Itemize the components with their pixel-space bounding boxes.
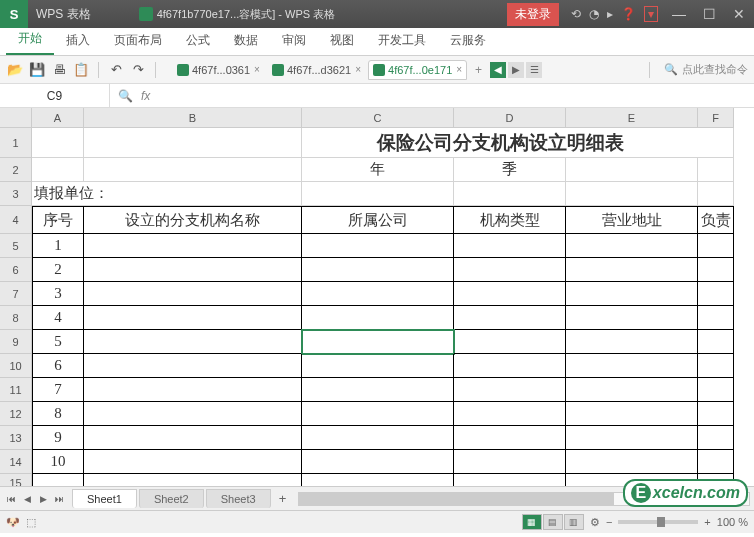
col-header-F[interactable]: F [698, 108, 734, 128]
cell[interactable] [566, 426, 698, 450]
cell[interactable] [454, 378, 566, 402]
doc-protect-icon[interactable]: 🐶 [6, 516, 20, 529]
cell[interactable] [84, 128, 302, 158]
cell[interactable]: 营业地址 [566, 206, 698, 234]
cell[interactable] [566, 354, 698, 378]
cell[interactable] [698, 128, 734, 158]
cell[interactable] [566, 234, 698, 258]
cell[interactable] [566, 282, 698, 306]
cell[interactable] [454, 258, 566, 282]
tab-view[interactable]: 视图 [318, 26, 366, 55]
cell[interactable] [454, 402, 566, 426]
cell[interactable] [302, 474, 454, 486]
cell[interactable] [566, 378, 698, 402]
cell[interactable]: 6 [32, 354, 84, 378]
cell[interactable] [454, 182, 566, 206]
cell[interactable] [698, 354, 734, 378]
minimize-button[interactable]: — [664, 0, 694, 28]
select-all-corner[interactable] [0, 108, 32, 128]
cell[interactable] [454, 282, 566, 306]
row-header-12[interactable]: 12 [0, 402, 32, 426]
preview-icon[interactable]: 📋 [72, 61, 90, 79]
cell[interactable]: 5 [32, 330, 84, 354]
status-icon[interactable]: ⬚ [26, 516, 36, 529]
doc-tab-1[interactable]: 4f67f...0361× [172, 60, 265, 80]
cell[interactable] [84, 158, 302, 182]
cell[interactable] [84, 282, 302, 306]
redo-icon[interactable]: ↷ [129, 61, 147, 79]
spreadsheet-grid[interactable]: ABCDEF 123456789101112131415 保险公司分支机构设立明… [0, 108, 754, 486]
close-icon[interactable]: × [456, 64, 462, 75]
cell[interactable] [698, 282, 734, 306]
cell[interactable]: 负责 [698, 206, 734, 234]
formula-input[interactable] [158, 84, 754, 107]
view-page-button[interactable]: ▤ [543, 514, 563, 530]
print-icon[interactable]: 🖶 [50, 61, 68, 79]
row-header-6[interactable]: 6 [0, 258, 32, 282]
cell[interactable]: 序号 [32, 206, 84, 234]
cell[interactable] [698, 258, 734, 282]
cell[interactable] [32, 158, 84, 182]
tab-review[interactable]: 审阅 [270, 26, 318, 55]
row-header-14[interactable]: 14 [0, 450, 32, 474]
tab-dev[interactable]: 开发工具 [366, 26, 438, 55]
zoom-out-button[interactable]: − [606, 516, 612, 528]
tab-next-button[interactable]: ▶ [508, 62, 524, 78]
cell[interactable] [698, 158, 734, 182]
cell[interactable] [84, 426, 302, 450]
col-header-D[interactable]: D [454, 108, 566, 128]
tab-cloud[interactable]: 云服务 [438, 26, 498, 55]
row-header-11[interactable]: 11 [0, 378, 32, 402]
cell[interactable] [454, 426, 566, 450]
cell[interactable]: 填报单位： [32, 182, 302, 206]
col-header-B[interactable]: B [84, 108, 302, 128]
sheet-tab-1[interactable]: Sheet1 [72, 489, 137, 508]
sheet-prev-button[interactable]: ◀ [20, 492, 34, 506]
cell[interactable] [454, 234, 566, 258]
sheet-tab-2[interactable]: Sheet2 [139, 489, 204, 508]
sheet-first-button[interactable]: ⏮ [4, 492, 18, 506]
cell[interactable]: 季 [454, 158, 566, 182]
cell[interactable]: 8 [32, 402, 84, 426]
cell[interactable] [84, 258, 302, 282]
share-icon[interactable]: ▸ [607, 7, 613, 21]
cell[interactable] [302, 450, 454, 474]
cell[interactable] [698, 402, 734, 426]
command-search[interactable]: 🔍 点此查找命令 [664, 62, 748, 77]
cell[interactable] [302, 330, 454, 354]
cell[interactable] [698, 426, 734, 450]
add-tab-button[interactable]: + [469, 63, 488, 77]
maximize-button[interactable]: ☐ [694, 0, 724, 28]
row-header-7[interactable]: 7 [0, 282, 32, 306]
cell[interactable]: 7 [32, 378, 84, 402]
cell[interactable] [454, 354, 566, 378]
tab-list-button[interactable]: ☰ [526, 62, 542, 78]
cell[interactable] [84, 306, 302, 330]
add-sheet-button[interactable]: + [271, 488, 295, 509]
cell[interactable] [32, 128, 84, 158]
row-header-5[interactable]: 5 [0, 234, 32, 258]
close-icon[interactable]: × [254, 64, 260, 75]
cell[interactable] [302, 426, 454, 450]
cell[interactable] [566, 182, 698, 206]
cell[interactable]: 所属公司 [302, 206, 454, 234]
save-icon[interactable]: 💾 [28, 61, 46, 79]
zoom-control[interactable]: − + 100 % [606, 516, 748, 528]
tab-insert[interactable]: 插入 [54, 26, 102, 55]
cell[interactable]: 3 [32, 282, 84, 306]
close-icon[interactable]: × [355, 64, 361, 75]
cell[interactable] [302, 234, 454, 258]
doc-tab-3[interactable]: 4f67f...0e171× [368, 60, 467, 80]
fx-label[interactable]: fx [141, 89, 150, 103]
cell[interactable] [84, 402, 302, 426]
cell[interactable] [302, 354, 454, 378]
tab-data[interactable]: 数据 [222, 26, 270, 55]
cell[interactable] [566, 330, 698, 354]
tab-start[interactable]: 开始 [6, 24, 54, 55]
cell[interactable] [84, 450, 302, 474]
cell[interactable]: 10 [32, 450, 84, 474]
cell[interactable]: 9 [32, 426, 84, 450]
sync-icon[interactable]: ⟲ [571, 7, 581, 21]
row-header-1[interactable]: 1 [0, 128, 32, 158]
row-header-10[interactable]: 10 [0, 354, 32, 378]
